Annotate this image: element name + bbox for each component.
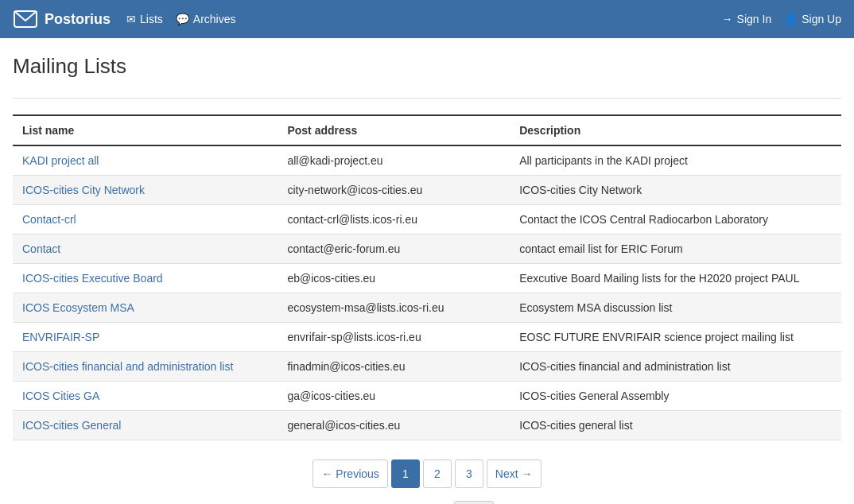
- table-row: ICOS-cities Generalgeneral@icos-cities.e…: [13, 411, 841, 440]
- cell-list-name: ICOS-cities financial and administration…: [13, 352, 278, 382]
- list-name-link[interactable]: ICOS-cities Executive Board: [22, 272, 163, 285]
- header-list-name: List name: [13, 115, 278, 145]
- table-row: KADI project allall@kadi-project.euAll p…: [13, 145, 841, 176]
- list-name-link[interactable]: Contact: [22, 242, 60, 255]
- results-per-page: Results per page: 10 25 50: [13, 501, 841, 504]
- envelope-icon: ✉: [126, 13, 136, 25]
- page-1-button[interactable]: 1: [391, 459, 420, 488]
- cell-description: ICOS-cities General Assembly: [510, 382, 841, 411]
- table-row: ICOS Ecosystem MSAecosystem-msa@lists.ic…: [13, 293, 841, 323]
- list-name-link[interactable]: ICOS-cities financial and administration…: [22, 360, 233, 373]
- cell-description: ICOS-cities general list: [510, 411, 841, 440]
- list-name-link[interactable]: KADI project all: [22, 154, 99, 167]
- mailing-table: List name Post address Description KADI …: [13, 114, 841, 440]
- brand-icon: [13, 6, 38, 32]
- table-row: ENVRIFAIR-SPenvrifair-sp@lists.icos-ri.e…: [13, 323, 841, 352]
- cell-list-name: ENVRIFAIR-SP: [13, 323, 278, 352]
- next-button[interactable]: Next →: [487, 459, 542, 488]
- list-name-link[interactable]: ICOS Ecosystem MSA: [22, 301, 134, 314]
- page-3-button[interactable]: 3: [455, 459, 483, 488]
- cell-list-name: ICOS-cities City Network: [13, 176, 278, 205]
- cell-post-address: ga@icos-cities.eu: [278, 382, 510, 411]
- cell-post-address: eb@icos-cities.eu: [278, 264, 510, 293]
- cell-description: Contact the ICOS Central Radiocarbon Lab…: [510, 205, 841, 235]
- list-name-link[interactable]: ICOS-cities General: [22, 419, 121, 432]
- cell-post-address: general@icos-cities.eu: [278, 411, 510, 440]
- pagination: ← Previous 1 2 3 Next →: [13, 459, 841, 488]
- cell-list-name: ICOS-cities Executive Board: [13, 264, 278, 293]
- cell-description: EOSC FUTURE ENVRIFAIR science project ma…: [510, 323, 841, 352]
- header-post-address: Post address: [278, 115, 510, 145]
- cell-description: All participants in the KADI project: [510, 145, 841, 176]
- title-divider: [13, 98, 841, 99]
- table-row: ICOS-cities financial and administration…: [13, 352, 841, 382]
- cell-list-name: ICOS Cities GA: [13, 382, 278, 411]
- nav-lists[interactable]: ✉ Lists: [126, 13, 163, 25]
- table-row: ICOS-cities Executive Boardeb@icos-citie…: [13, 264, 841, 293]
- cell-description: Ecosystem MSA discussion list: [510, 293, 841, 323]
- table-row: ICOS Cities GAga@icos-cities.euICOS-citi…: [13, 382, 841, 411]
- table-header: List name Post address Description: [13, 115, 841, 145]
- cell-post-address: city-network@icos-cities.eu: [278, 176, 510, 205]
- sign-up-link[interactable]: 👤 Sign Up: [784, 13, 841, 25]
- table-row: Contact-crlcontact-crl@lists.icos-ri.euC…: [13, 205, 841, 235]
- header-description: Description: [510, 115, 841, 145]
- cell-post-address: ecosystem-msa@lists.icos-ri.eu: [278, 293, 510, 323]
- brand-label: Postorius: [45, 11, 111, 28]
- list-name-link[interactable]: ICOS-cities City Network: [22, 184, 145, 196]
- cell-list-name: KADI project all: [13, 145, 278, 176]
- cell-post-address: envrifair-sp@lists.icos-ri.eu: [278, 323, 510, 352]
- sign-in-link[interactable]: → Sign In: [722, 13, 772, 25]
- cell-post-address: contact@eric-forum.eu: [278, 235, 510, 264]
- page-2-button[interactable]: 2: [423, 459, 452, 488]
- navbar-links: ✉ Lists 💬 Archives: [126, 13, 722, 25]
- speech-icon: 💬: [176, 13, 189, 25]
- list-name-link[interactable]: Contact-crl: [22, 213, 76, 226]
- cell-post-address: finadmin@icos-cities.eu: [278, 352, 510, 382]
- page-title: Mailing Lists: [13, 54, 841, 85]
- results-per-page-select[interactable]: 10 25 50: [454, 501, 494, 504]
- table-body: KADI project allall@kadi-project.euAll p…: [13, 145, 841, 440]
- prev-button[interactable]: ← Previous: [312, 459, 387, 488]
- main-content: Mailing Lists List name Post address Des…: [0, 38, 854, 504]
- navbar-right: → Sign In 👤 Sign Up: [722, 13, 841, 25]
- cell-list-name: ICOS Ecosystem MSA: [13, 293, 278, 323]
- table-row: Contactcontact@eric-forum.eucontact emai…: [13, 235, 841, 264]
- cell-description: ICOS-cities City Network: [510, 176, 841, 205]
- list-name-link[interactable]: ENVRIFAIR-SP: [22, 331, 99, 343]
- cell-list-name: Contact-crl: [13, 205, 278, 235]
- signin-icon: →: [722, 13, 733, 25]
- cell-description: contact email list for ERIC Forum: [510, 235, 841, 264]
- cell-list-name: Contact: [13, 235, 278, 264]
- table-row: ICOS-cities City Networkcity-network@ico…: [13, 176, 841, 205]
- cell-post-address: contact-crl@lists.icos-ri.eu: [278, 205, 510, 235]
- brand-link[interactable]: Postorius: [13, 6, 111, 32]
- cell-description: Eexcutive Board Mailing lists for the H2…: [510, 264, 841, 293]
- cell-post-address: all@kadi-project.eu: [278, 145, 510, 176]
- navbar: Postorius ✉ Lists 💬 Archives → Sign In 👤…: [0, 0, 854, 38]
- signup-icon: 👤: [784, 13, 798, 25]
- cell-description: ICOS-cities financial and administration…: [510, 352, 841, 382]
- list-name-link[interactable]: ICOS Cities GA: [22, 390, 99, 402]
- cell-list-name: ICOS-cities General: [13, 411, 278, 440]
- nav-archives[interactable]: 💬 Archives: [176, 13, 236, 25]
